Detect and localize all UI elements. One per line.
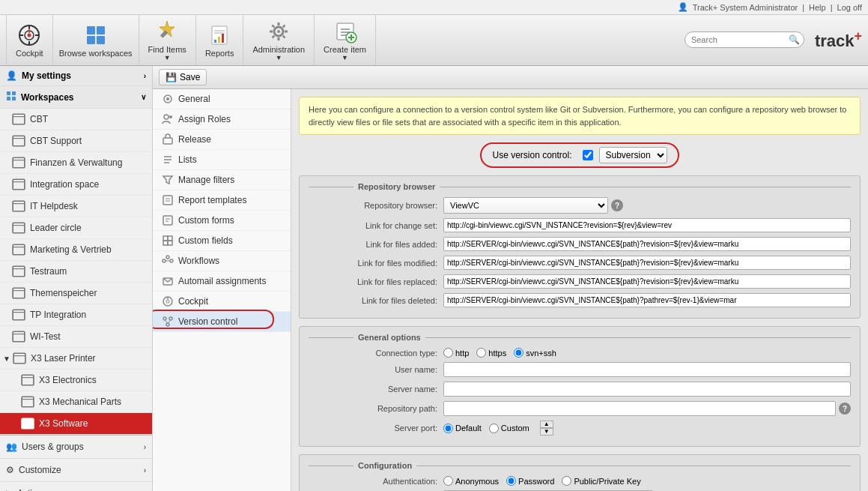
find-items-nav[interactable]: Find Items ▼ (139, 15, 196, 65)
subnav-lists[interactable]: Lists (153, 150, 291, 170)
my-settings-icon: 👤 (6, 70, 17, 81)
link-files-modified-row: Link for files modified: (309, 256, 851, 270)
cockpit-icon (17, 23, 41, 47)
cockpit-nav[interactable]: Cockpit (6, 15, 53, 65)
administration-nav[interactable]: Administration ▼ (243, 15, 315, 65)
radio-https[interactable] (476, 348, 486, 358)
subnav-custom-forms[interactable]: Custom forms (153, 211, 291, 231)
svg-line-28 (283, 25, 285, 27)
repo-browser-help[interactable]: ? (611, 199, 623, 211)
sidebar-item-leader[interactable]: Leader circle (0, 217, 152, 239)
sidebar-item-x3-laser[interactable]: ▼ X3 Laser Printer (0, 348, 152, 370)
port-down-btn[interactable]: ▼ (540, 428, 553, 436)
subnav-custom-fields[interactable]: Custom fields (153, 231, 291, 251)
sidebar-item-it-helpdesk[interactable]: IT Helpdesk (0, 196, 152, 217)
radio-svnssh[interactable] (514, 348, 523, 358)
sidebar-item-cbt[interactable]: CBT (0, 109, 152, 130)
radio-pubkey-label[interactable]: Public/Private Key (562, 476, 640, 486)
actions-label: Actions (17, 488, 46, 491)
help-link[interactable]: Help (809, 3, 826, 12)
subnav-version-control[interactable]: Version control (153, 312, 291, 332)
username-input[interactable] (443, 362, 851, 377)
svg-point-99 (163, 317, 166, 320)
customize-label: Customize (19, 465, 61, 475)
create-item-nav[interactable]: Create item ▼ (315, 15, 376, 65)
sidebar-item-x3-mechanical[interactable]: X3 Mechanical Parts (0, 391, 152, 413)
sidebar-item-it-helpdesk-label: IT Helpdesk (30, 201, 78, 211)
sidebar-item-cbt-support-label: CBT Support (30, 136, 82, 146)
link-files-replaced-label: Link for files replaced: (309, 277, 443, 286)
link-files-replaced-input[interactable] (443, 274, 851, 289)
sidebar-item-cbt-support[interactable]: CBT Support (0, 130, 152, 152)
port-up-btn[interactable]: ▲ (540, 421, 553, 428)
sidebar-item-testraum[interactable]: Testraum (0, 261, 152, 283)
search-input[interactable] (691, 35, 789, 44)
radio-http[interactable] (443, 348, 453, 358)
link-changeset-input[interactable] (443, 218, 851, 232)
radio-default-label[interactable]: Default (443, 424, 482, 433)
radio-pass-label[interactable]: Password (506, 476, 554, 486)
actions-nav[interactable]: ▶ Actions › (0, 482, 152, 491)
radio-https-label[interactable]: https (476, 348, 506, 358)
sidebar-item-themenspeicher[interactable]: Themenspeicher (0, 283, 152, 304)
customize-nav[interactable]: ⚙ Customize › (0, 459, 152, 482)
sidebar-item-finanzen[interactable]: Finanzen & Verwaltung (0, 152, 152, 174)
logoff-link[interactable]: Log off (837, 3, 862, 12)
vc-select[interactable]: Subversion Git (599, 147, 667, 163)
sidebar-item-x3-electronics[interactable]: X3 Electronics (0, 370, 152, 391)
search-box[interactable]: 🔍 (685, 31, 804, 48)
link-files-deleted-label: Link for files deleted: (309, 296, 443, 305)
configuration-section: Configuration Authentication: Anonymous … (299, 454, 861, 491)
subnav-cockpit2[interactable]: Cockpit (153, 292, 291, 312)
radio-port-custom[interactable] (489, 424, 499, 433)
svg-rect-59 (13, 310, 25, 320)
svg-point-90 (163, 259, 166, 262)
radio-anon-label[interactable]: Anonymous (443, 476, 499, 486)
subnav-report-templates[interactable]: Report templates (153, 190, 291, 211)
repopath-input[interactable] (443, 401, 836, 416)
radio-svnssh-label[interactable]: svn+ssh (514, 348, 556, 358)
svg-rect-43 (13, 136, 25, 146)
sidebar-item-marketing[interactable]: Marketing & Vertrieb (0, 239, 152, 261)
radio-anonymous[interactable] (443, 476, 453, 486)
radio-anon-text: Anonymous (455, 477, 499, 486)
link-files-deleted-input[interactable] (443, 293, 851, 307)
repo-browser-select[interactable]: ViewVC Trac Fisheye (443, 197, 608, 214)
sidebar-item-cbt-label: CBT (30, 114, 48, 124)
admin-arrow: ▼ (276, 54, 282, 61)
sidebar: 👤 My settings › Workspaces ∨ CBT CBT Sup… (0, 66, 153, 491)
subnav-assign-roles[interactable]: Assign Roles (153, 109, 291, 130)
find-items-label: Find Items (148, 45, 186, 54)
users-groups-nav[interactable]: 👥 Users & groups › (0, 436, 152, 459)
radio-pubkey[interactable] (562, 476, 571, 486)
servername-input[interactable] (443, 382, 851, 397)
save-button[interactable]: 💾 Save (159, 69, 207, 85)
sidebar-item-integration[interactable]: Integration space (0, 174, 152, 196)
username-label: User name: (309, 365, 443, 374)
repopath-help[interactable]: ? (839, 403, 851, 415)
radio-password[interactable] (506, 476, 516, 486)
workspaces-section[interactable]: Workspaces ∨ (0, 86, 152, 109)
subnav-assign-roles-label: Assign Roles (178, 114, 231, 124)
sidebar-item-tp-integration[interactable]: TP Integration (0, 304, 152, 326)
my-settings-section[interactable]: 👤 My settings › (0, 66, 152, 86)
sidebar-item-wi-test[interactable]: WI-Test (0, 326, 152, 348)
browse-workspaces-nav[interactable]: Browse workspaces (53, 15, 139, 65)
link-files-modified-input[interactable] (443, 256, 851, 270)
subnav-manage-filters[interactable]: Manage filters (153, 170, 291, 190)
subnav-general[interactable]: General (153, 89, 291, 109)
subnav-release[interactable]: Release (153, 130, 291, 150)
sidebar-item-x3-software-label: X3 Software (39, 418, 88, 429)
radio-http-label[interactable]: http (443, 348, 469, 358)
radio-custom-label[interactable]: Custom (489, 424, 529, 433)
vc-checkbox[interactable] (583, 150, 593, 160)
subnav-automail[interactable]: Automail assignments (153, 271, 291, 292)
sidebar-item-x3-mechanical-label: X3 Mechanical Parts (39, 397, 121, 407)
reports-nav[interactable]: Reports (196, 15, 244, 65)
radio-port-default[interactable] (443, 424, 453, 433)
subnav-workflows[interactable]: Workflows (153, 251, 291, 271)
link-files-added-input[interactable] (443, 237, 851, 251)
svg-marker-79 (163, 176, 172, 184)
user-name: Track+ System Administrator (693, 3, 798, 12)
sidebar-item-x3-software[interactable]: X3 Software (0, 413, 152, 435)
